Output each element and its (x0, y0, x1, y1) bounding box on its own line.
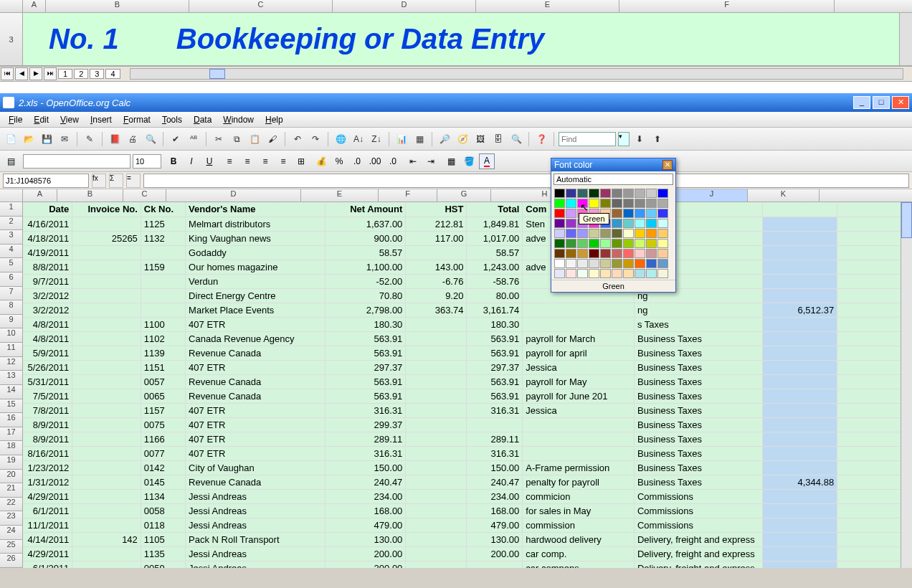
color-swatch-48[interactable] (646, 229, 657, 238)
sort-desc-icon[interactable]: Z↓ (369, 131, 384, 147)
cell-G8[interactable]: 3,161.74 (467, 303, 523, 317)
row-header-1[interactable]: 1 (0, 202, 23, 217)
cell-D10[interactable]: Canada Revenue Agency (186, 331, 326, 346)
cell-E18[interactable]: 316.31 (326, 446, 406, 460)
color-swatch-2[interactable] (577, 189, 588, 198)
color-swatch-69[interactable] (657, 249, 668, 258)
column-header-D[interactable]: D (166, 189, 301, 201)
print-icon[interactable]: 🖨 (125, 131, 141, 147)
cell-B5[interactable] (72, 260, 141, 274)
color-swatch-77[interactable] (635, 259, 645, 268)
bgcolor-icon[interactable]: 🪣 (461, 153, 477, 169)
open-icon[interactable]: 📂 (21, 131, 37, 147)
cell-J2[interactable] (763, 217, 837, 231)
row-header-16[interactable]: 16 (0, 413, 23, 427)
cell-B17[interactable] (72, 432, 141, 446)
cell-G5[interactable]: 1,243.00 (467, 260, 523, 274)
add-decimal-icon[interactable]: .00 (367, 153, 383, 169)
color-swatch-16[interactable] (623, 199, 634, 208)
color-swatch-10[interactable] (554, 199, 565, 208)
align-right-icon[interactable]: ≡ (257, 153, 273, 169)
function-wizard-icon[interactable]: fx (92, 174, 106, 188)
color-swatch-21[interactable] (566, 209, 576, 218)
decrease-indent-icon[interactable]: ⇤ (405, 153, 421, 169)
cell-F3[interactable]: 117.00 (406, 231, 467, 245)
cell-F4[interactable] (406, 245, 467, 260)
color-swatch-12[interactable] (577, 199, 588, 208)
cell-E3[interactable]: 900.00 (326, 231, 406, 245)
row-header-19[interactable]: 19 (0, 455, 23, 470)
column-header-B[interactable]: B (57, 189, 123, 201)
row-header-18[interactable]: 18 (0, 441, 23, 455)
cell-E16[interactable]: 299.37 (326, 417, 406, 432)
cell-A3[interactable]: 4/18/2011 (23, 231, 72, 245)
cell-B20[interactable] (72, 475, 141, 489)
cell-F22[interactable] (406, 503, 467, 518)
row-header-6[interactable]: 6 (0, 272, 23, 287)
cell-F26[interactable] (406, 561, 467, 568)
row-header-2[interactable]: 2 (0, 217, 23, 231)
cell-E7[interactable]: 70.80 (326, 288, 406, 303)
cell-E4[interactable]: 58.57 (326, 245, 406, 260)
cell-D23[interactable]: Jessi Andreas (186, 518, 326, 532)
paste-icon[interactable]: 📋 (247, 131, 262, 147)
cell-H23[interactable]: commission (523, 518, 635, 532)
cell-G14[interactable]: 563.91 (467, 389, 523, 403)
cell-A25[interactable]: 4/29/2011 (23, 546, 72, 561)
color-swatch-89[interactable] (657, 269, 668, 278)
color-swatch-5[interactable] (612, 189, 622, 198)
color-swatch-81[interactable] (566, 269, 576, 278)
color-swatch-14[interactable] (600, 199, 611, 208)
cell-I15[interactable]: Business Taxes (634, 403, 762, 417)
cell-D22[interactable]: Jessi Andreas (186, 503, 326, 518)
upper-sheet-tab-2[interactable]: 2 (74, 69, 88, 79)
cell-A17[interactable]: 8/9/2011 (23, 432, 72, 446)
cell-B26[interactable] (72, 561, 141, 568)
cell-J22[interactable] (763, 503, 837, 518)
color-swatch-8[interactable] (646, 189, 657, 198)
redo-icon[interactable]: ↷ (308, 131, 323, 147)
color-swatch-46[interactable] (623, 229, 634, 238)
cell-C26[interactable]: 0059 (141, 561, 185, 568)
cell-J21[interactable] (763, 489, 837, 503)
color-swatch-35[interactable] (612, 219, 622, 228)
cell-F19[interactable] (406, 460, 467, 475)
cell-D25[interactable]: Jessi Andreas (186, 546, 326, 561)
cell-I19[interactable]: Business Taxes (634, 460, 762, 475)
color-swatch-9[interactable] (657, 189, 668, 198)
cell-I17[interactable]: Business Taxes (634, 432, 762, 446)
cell-A23[interactable]: 11/1/2011 (23, 518, 72, 532)
currency-icon[interactable]: 💰 (313, 153, 329, 169)
row-header-21[interactable]: 21 (0, 483, 23, 498)
cell-F8[interactable]: 363.74 (406, 303, 467, 317)
cell-B2[interactable] (72, 217, 141, 231)
menu-window[interactable]: Window (217, 113, 260, 126)
cell-B14[interactable] (72, 389, 141, 403)
color-swatch-11[interactable] (566, 199, 576, 208)
cell-A10[interactable]: 4/8/2011 (23, 331, 72, 346)
find-dropdown-icon[interactable]: ▾ (618, 132, 630, 146)
cell-H25[interactable]: car comp. (523, 546, 635, 561)
cell-B7[interactable] (72, 288, 141, 303)
cell-D2[interactable]: Melmart distributors (186, 217, 326, 231)
color-swatch-88[interactable] (646, 269, 657, 278)
cell-J26[interactable] (763, 561, 837, 568)
upper-col-F[interactable]: F (619, 0, 835, 12)
cell-A9[interactable]: 4/8/2011 (23, 317, 72, 331)
cell-E24[interactable]: 130.00 (326, 532, 406, 546)
cell-C9[interactable]: 1100 (141, 317, 185, 331)
cell-C15[interactable]: 1157 (141, 403, 185, 417)
fontcolor-icon[interactable]: A (479, 153, 495, 169)
column-header-C[interactable]: C (123, 189, 166, 201)
copy-icon[interactable]: ⧉ (229, 131, 244, 147)
cell-B19[interactable] (72, 460, 141, 475)
row-header-17[interactable]: 17 (0, 427, 23, 442)
cell-G13[interactable]: 563.91 (467, 374, 523, 389)
cell-C20[interactable]: 0145 (141, 475, 185, 489)
cell-B22[interactable] (72, 503, 141, 518)
color-swatch-45[interactable] (612, 229, 622, 238)
color-swatch-50[interactable] (554, 239, 565, 248)
color-swatch-4[interactable] (600, 189, 611, 198)
cell-I12[interactable]: Business Taxes (634, 360, 762, 374)
cell-D18[interactable]: 407 ETR (186, 446, 326, 460)
